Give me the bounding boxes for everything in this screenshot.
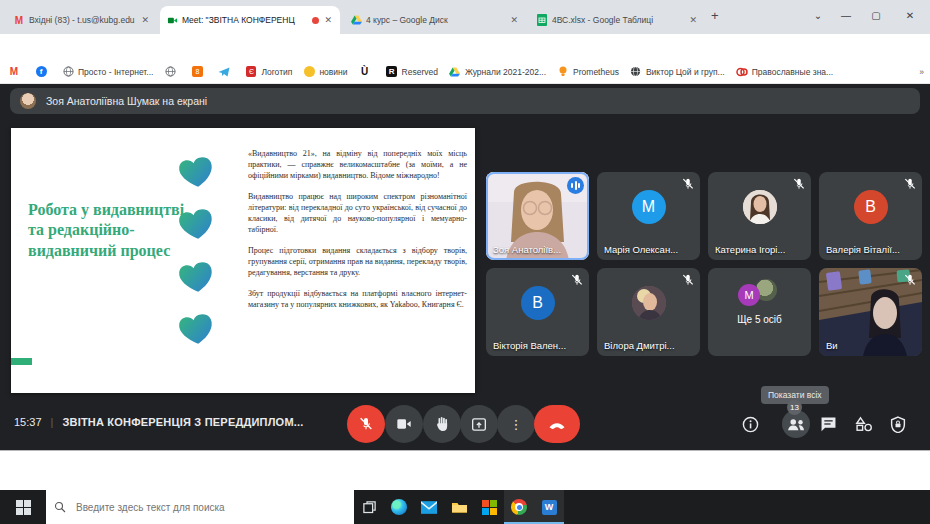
participant-tile-zoya[interactable]: Зоя Анатоліїв... [486,172,589,260]
bookmark-tsoi[interactable]: Виктор Цой и груп... [630,66,725,78]
present-button[interactable] [460,405,498,443]
participant-tile-self[interactable]: Ви [819,268,922,356]
shield-lock-icon [890,416,906,433]
bookmark-gmail[interactable]: M [8,66,24,78]
bookmark-logotyp[interactable]: Є Логотип [245,66,292,78]
task-view-button[interactable] [354,490,384,524]
mic-off-icon [681,177,695,191]
activities-icon [855,416,873,432]
tab-meet-active[interactable]: Meet: "ЗВІТНА КОНФЕРЕНЦ ✕ [160,6,340,34]
u-icon: Ù [359,66,371,78]
participant-tile-kateryna[interactable]: Катерина Ігорі... [708,172,811,260]
participant-tile-viktoria[interactable]: В Вікторія Вален... [486,268,589,356]
tab-label: 4ВС.xlsx - Google Таблиці [552,15,683,25]
more-options-button[interactable]: ⋮ [497,405,535,443]
search-input[interactable] [74,501,346,514]
bookmark-u[interactable]: Ù [359,66,375,78]
window-close-button[interactable]: ✕ [898,0,922,30]
screen: M Вхідні (83) - t.us@kubg.edu.ua - ✕ Mee… [0,0,930,524]
raise-hand-button[interactable] [423,405,461,443]
taskbar-mail[interactable] [414,490,444,524]
bookmark-globe2[interactable] [164,66,180,78]
tab-close-icon[interactable]: ✕ [322,15,334,25]
taskbar-explorer[interactable] [444,490,474,524]
tab-close-icon[interactable]: ✕ [139,15,151,25]
end-call-button[interactable] [534,405,580,443]
taskbar-office[interactable] [474,490,504,524]
search-tabs-chevron-icon[interactable]: ⌄ [806,0,830,30]
window-maximize-button[interactable]: ▢ [864,0,888,30]
taskbar-edge[interactable] [384,490,414,524]
slide-body-text: «Видавництво 21», на відміну від поперед… [248,148,467,320]
participants-count-badge: 13 [787,400,802,415]
tab-label: Meet: "ЗВІТНА КОНФЕРЕНЦ [182,15,308,25]
tab-gmail[interactable]: M Вхідні (83) - t.us@kubg.edu.ua - ✕ [7,6,157,34]
start-button[interactable] [0,490,46,524]
participant-tile-overflow[interactable]: М Ще 5 осіб [708,268,811,356]
tab-strip: M Вхідні (83) - t.us@kubg.edu.ua - ✕ Mee… [0,0,930,34]
mic-button[interactable] [347,405,385,443]
participant-tile-vilora[interactable]: Вілора Дмитрі... [597,268,700,356]
chrome-icon [511,499,527,515]
sheets-icon [536,14,548,26]
avatar-initial: М [632,190,666,224]
end-call-icon [548,420,566,429]
r-icon: R [386,66,398,78]
mic-off-icon [903,177,917,191]
bookmark-novyny[interactable]: новини [303,66,347,78]
tab-close-icon[interactable]: ✕ [508,15,520,25]
windows-logo-icon [16,500,31,515]
new-tab-button[interactable]: + [711,8,719,23]
participant-name: Марія Олексан... [604,244,678,255]
host-controls-button[interactable] [884,410,912,438]
facebook-icon: f [35,66,47,78]
participant-name: Вікторія Вален... [493,340,566,351]
telegram-icon [218,66,230,78]
mail-icon [421,501,437,514]
participant-name: Зоя Анатоліїв... [493,244,561,255]
mic-off-icon [358,416,374,432]
tab-sheets[interactable]: 4ВС.xlsx - Google Таблиці ✕ [530,6,705,34]
bookmark-facebook[interactable]: f [35,66,51,78]
folder-icon [451,501,468,514]
overflow-count-label: Ще 5 осіб [708,314,811,325]
chat-icon [820,416,837,432]
taskbar-chrome-active[interactable] [504,490,534,524]
avatar-initial: В [521,286,555,320]
participant-tile-valeria[interactable]: В Валерія Віталії... [819,172,922,260]
window-minimize-button[interactable]: — [834,0,858,30]
bookmarks-bar: M f Просто - Інтернет... 8 Є Логотип нов… [0,60,930,84]
overflow-avatar-initial: М [738,284,760,306]
bookmark-ok[interactable]: 8 [191,66,207,78]
red-logo-icon: Є [245,66,257,78]
mic-off-icon [681,273,695,287]
slide-paragraph: Видавництво працює над широким спектром … [248,191,467,235]
meeting-details-button[interactable] [736,410,764,438]
participant-tile-maria[interactable]: М Марія Олексан... [597,172,700,260]
yellow-dot-icon [303,66,315,78]
bookmarks-overflow-chevron[interactable]: » [919,67,924,77]
globe-icon [62,66,74,78]
tab-close-icon[interactable]: ✕ [687,15,699,25]
taskbar-search[interactable] [46,490,354,524]
meeting-title: ЗВІТНА КОНФЕРЕНЦІЯ З ПЕРЕДДИПЛОМ... [62,416,303,428]
chat-button[interactable] [814,410,842,438]
slide-title: Робота у видавництві та редакційно-видав… [28,200,198,261]
bookmark-reserved[interactable]: R Reserved [386,66,438,78]
bookmark-zhurnaly[interactable]: Журнали 2021-202... [449,66,546,78]
info-icon [742,416,759,433]
gmail-icon: M [13,14,25,26]
activities-button[interactable] [850,410,878,438]
search-icon [54,501,66,513]
ms-grid-icon [482,500,497,515]
tab-drive[interactable]: 4 курс – Google Диск ✕ [344,6,526,34]
bookmark-pravoslavnye[interactable]: Православные зна... [736,66,833,78]
bookmark-prometheus[interactable]: Prometheus [557,66,619,78]
bookmark-prosto[interactable]: Просто - Інтернет... [62,66,153,78]
camera-button[interactable] [385,405,423,443]
avatar-photo [632,286,666,320]
bookmark-telegram[interactable] [218,66,234,78]
mic-off-icon [792,177,806,191]
taskbar-word-active[interactable]: W [534,490,564,524]
slide-leaf-shapes [175,154,217,364]
